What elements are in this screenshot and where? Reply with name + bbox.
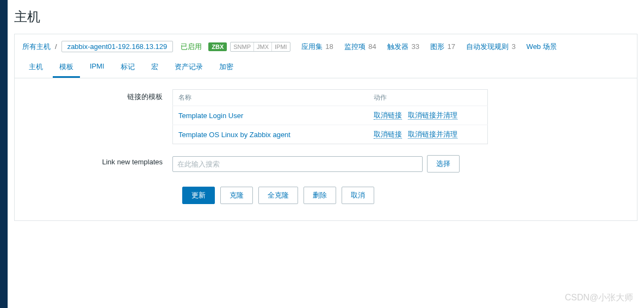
jmx-badge: JMX	[254, 42, 272, 51]
stat-triggers-label: 触发器	[387, 42, 408, 51]
tab-host[interactable]: 主机	[22, 58, 49, 78]
form-section: 链接的模板 名称 动作 Template Login User	[15, 78, 637, 220]
stat-applications-count: 18	[325, 42, 333, 51]
stat-graphs[interactable]: 图形 17	[430, 42, 455, 52]
template-link[interactable]: Template Login User	[178, 112, 243, 120]
link-new-templates-field: 选择	[172, 155, 626, 173]
stat-discovery-count: 3	[512, 42, 516, 51]
linked-templates-label: 链接的模板	[26, 89, 172, 102]
table-row: Template Login User 取消链接 取消链接并清理	[173, 106, 488, 125]
ipmi-badge: IPMI	[272, 42, 290, 51]
tab-inventory[interactable]: 资产记录	[168, 58, 209, 78]
tab-macros[interactable]: 宏	[145, 58, 165, 78]
watermark: CSDN@小张大师	[565, 292, 633, 304]
stat-applications-label: 应用集	[301, 42, 323, 51]
stat-discovery-label: 自动发现规则	[466, 42, 509, 51]
stat-items-count: 84	[368, 42, 376, 51]
stat-discovery[interactable]: 自动发现规则 3	[466, 42, 516, 52]
sidebar	[0, 0, 8, 308]
full-clone-button[interactable]: 全克隆	[258, 187, 298, 204]
page-title: 主机	[8, 0, 644, 34]
update-button[interactable]: 更新	[182, 187, 215, 204]
status-enabled: 已启用	[181, 42, 202, 52]
stat-graphs-label: 图形	[430, 42, 444, 51]
availability-badges: SNMP JMX IPMI	[230, 42, 290, 52]
tab-templates[interactable]: 模板	[53, 58, 80, 78]
snmp-badge: SNMP	[231, 42, 254, 51]
stat-triggers[interactable]: 触发器 33	[387, 42, 419, 52]
unlink-link[interactable]: 取消链接	[374, 111, 402, 120]
clone-button[interactable]: 克隆	[220, 187, 253, 204]
form-buttons: 更新 克隆 全克隆 删除 取消	[182, 183, 626, 204]
th-action: 动作	[368, 90, 488, 106]
template-link[interactable]: Template OS Linux by Zabbix agent	[178, 131, 290, 139]
breadcrumb-separator: /	[55, 42, 57, 51]
stat-web-label: Web 场景	[527, 42, 557, 51]
unlink-clear-link[interactable]: 取消链接并清理	[408, 111, 457, 120]
zbx-badge: ZBX	[208, 42, 227, 51]
linked-templates-field: 名称 动作 Template Login User 取消链接 取消链接并清理	[172, 89, 626, 144]
stat-triggers-count: 33	[411, 42, 419, 51]
select-button[interactable]: 选择	[427, 155, 460, 173]
cancel-button[interactable]: 取消	[342, 187, 374, 204]
tab-ipmi[interactable]: IPMI	[83, 58, 111, 78]
tab-encryption[interactable]: 加密	[213, 58, 240, 78]
th-name: 名称	[173, 90, 368, 106]
linked-templates-row: 链接的模板 名称 动作 Template Login User	[26, 89, 626, 144]
link-new-templates-label: Link new templates	[26, 155, 172, 166]
stat-graphs-count: 17	[448, 42, 455, 51]
breadcrumb-all-hosts[interactable]: 所有主机	[22, 42, 51, 52]
tab-tags[interactable]: 标记	[114, 58, 141, 78]
stat-items-label: 监控项	[344, 42, 366, 51]
template-search-input[interactable]	[172, 156, 423, 172]
unlink-clear-link[interactable]: 取消链接并清理	[408, 130, 457, 139]
link-new-templates-row: Link new templates 选择	[26, 155, 626, 173]
unlink-link[interactable]: 取消链接	[374, 130, 402, 139]
tabs: 主机 模板 IPMI 标记 宏 资产记录 加密	[15, 58, 637, 78]
stat-applications[interactable]: 应用集 18	[301, 42, 333, 52]
content-box: 所有主机 / zabbix-agent01-192.168.13.129 已启用…	[14, 34, 637, 221]
breadcrumb-bar: 所有主机 / zabbix-agent01-192.168.13.129 已启用…	[15, 34, 637, 58]
table-row: Template OS Linux by Zabbix agent 取消链接 取…	[173, 125, 488, 144]
delete-button[interactable]: 删除	[304, 187, 336, 204]
breadcrumb-host-select[interactable]: zabbix-agent01-192.168.13.129	[61, 41, 174, 52]
main-content: 主机 所有主机 / zabbix-agent01-192.168.13.129 …	[8, 0, 644, 221]
templates-table: 名称 动作 Template Login User 取消链接 取消链接并清理	[172, 89, 488, 144]
stat-items[interactable]: 监控项 84	[344, 42, 376, 52]
stat-web[interactable]: Web 场景	[527, 42, 558, 52]
